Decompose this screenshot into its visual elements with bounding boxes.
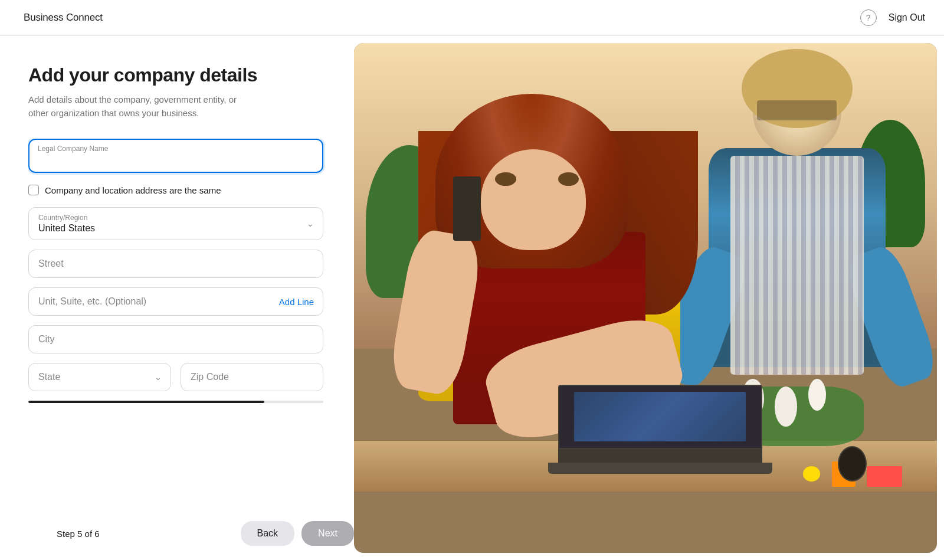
state-zip-row: State ⌄	[28, 363, 323, 391]
hero-photo	[354, 43, 937, 553]
form-body: Legal Company Name Company and location …	[28, 139, 326, 512]
state-wrapper[interactable]: State ⌄	[28, 363, 171, 391]
help-button[interactable]: ?	[860, 9, 877, 26]
scroll-indicator-fill	[28, 401, 264, 403]
laptop	[558, 385, 762, 477]
zip-input[interactable]	[181, 363, 323, 391]
next-button[interactable]: Next	[301, 521, 354, 546]
same-address-row: Company and location address are the sam…	[28, 185, 323, 195]
country-region-value: United States	[38, 223, 313, 234]
legal-company-name-field: Legal Company Name	[28, 139, 323, 173]
city-field	[28, 325, 323, 353]
step-indicator: Step 5 of 6	[57, 529, 100, 539]
scroll-indicator	[28, 401, 323, 403]
city-input[interactable]	[28, 325, 323, 353]
foreground-person	[383, 94, 733, 553]
country-region-label: Country/Region	[38, 214, 313, 222]
state-select[interactable]: State	[28, 363, 171, 391]
unit-field: Add Line	[28, 287, 323, 316]
header-right: ? Sign Out	[860, 9, 925, 26]
page-subtitle: Add details about the company, governmen…	[28, 93, 253, 120]
zip-field	[181, 363, 323, 391]
same-address-checkbox[interactable]	[28, 185, 39, 195]
brand-name: Business Connect	[24, 12, 103, 24]
street-field	[28, 250, 323, 278]
footer: Step 5 of 6 Back Next	[28, 512, 354, 560]
page-title: Add your company details	[28, 64, 326, 86]
country-region-wrapper[interactable]: Country/Region United States ⌄	[28, 207, 323, 240]
logo-area: Business Connect	[19, 12, 103, 24]
main-content: Add your company details Add details abo…	[0, 36, 944, 560]
form-panel: Add your company details Add details abo…	[0, 36, 354, 560]
country-region-select[interactable]: Country/Region United States	[28, 207, 323, 240]
add-line-button[interactable]: Add Line	[279, 297, 314, 307]
same-address-label[interactable]: Company and location address are the sam…	[45, 185, 221, 195]
footer-buttons: Back Next	[241, 521, 354, 546]
street-input[interactable]	[28, 250, 323, 278]
legal-company-name-input[interactable]	[28, 139, 323, 173]
sign-out-button[interactable]: Sign Out	[889, 12, 925, 23]
table-item-red	[867, 466, 902, 487]
state-placeholder: State	[38, 372, 60, 382]
header: Business Connect ? Sign Out	[0, 0, 944, 36]
back-button[interactable]: Back	[241, 521, 295, 546]
hero-image-panel	[354, 43, 937, 553]
